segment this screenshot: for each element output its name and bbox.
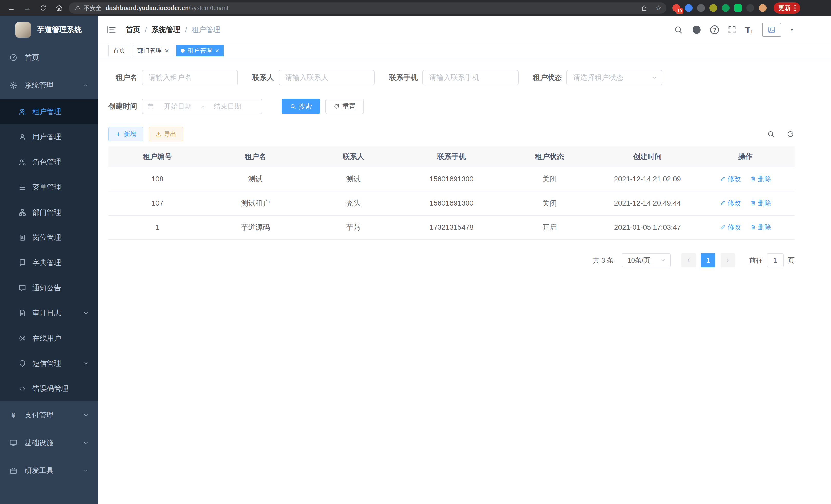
extension-icon-4[interactable]: [710, 4, 717, 12]
menu-label: 在线用户: [32, 333, 61, 343]
extension-icon-1[interactable]: 10: [672, 4, 680, 12]
cell-actions: 修改 删除: [697, 167, 795, 191]
browser-window: ← → 不安全 dashboard.yudao.iocoder.cn/syste…: [0, 0, 831, 504]
close-icon[interactable]: ×: [215, 47, 219, 54]
start-date-input[interactable]: [156, 102, 199, 111]
goto-page-input[interactable]: [767, 253, 784, 267]
browser-refresh-button[interactable]: [37, 2, 49, 14]
form-item-status: 租户状态: [533, 70, 662, 85]
page-size-select[interactable]: 10条/页: [622, 253, 671, 267]
export-button[interactable]: 导出: [148, 127, 183, 141]
menu-label: 基础设施: [25, 438, 53, 448]
edit-link[interactable]: 修改: [720, 199, 741, 208]
delete-link[interactable]: 删除: [750, 223, 771, 232]
github-icon: [692, 25, 701, 35]
tenant-name-input[interactable]: [142, 70, 238, 85]
pencil-icon: [720, 176, 726, 182]
extension-icon-5[interactable]: [722, 4, 729, 12]
cell-tenant-id: 1: [109, 215, 206, 239]
sidebar-toggle-button[interactable]: [106, 25, 117, 35]
pagination-total: 共 3 条: [593, 256, 613, 265]
sidebar-item-home[interactable]: 首页: [0, 44, 98, 71]
plus-icon: [116, 131, 121, 137]
date-range-picker[interactable]: -: [142, 99, 262, 114]
end-date-input[interactable]: [206, 102, 249, 111]
browser-back-button[interactable]: ←: [5, 2, 18, 14]
browser-update-button[interactable]: 更新: [774, 2, 800, 13]
close-icon[interactable]: ×: [165, 47, 169, 54]
header-search-button[interactable]: [674, 25, 683, 34]
share-button[interactable]: [639, 3, 649, 13]
bookmark-star-button[interactable]: ☆: [654, 3, 664, 13]
font-size-button[interactable]: TT: [745, 26, 753, 34]
fullscreen-button[interactable]: [728, 25, 737, 34]
sidebar-item-audit-log[interactable]: 审计日志: [0, 301, 98, 326]
sidebar-item-notice[interactable]: 通知公告: [0, 275, 98, 301]
browser-menu-icon[interactable]: [794, 5, 796, 11]
sidebar-item-tenant[interactable]: 租户管理: [0, 99, 98, 124]
delete-link[interactable]: 删除: [750, 174, 771, 183]
font-size-icon: TT: [745, 26, 753, 34]
sidebar-item-error-code[interactable]: 错误码管理: [0, 376, 98, 401]
toggle-search-button[interactable]: [767, 130, 775, 138]
phone-input[interactable]: [423, 70, 519, 85]
avatar-dropdown-caret[interactable]: ▼: [790, 28, 794, 32]
menu-label: 错误码管理: [32, 384, 68, 393]
sidebar-item-menu[interactable]: 菜单管理: [0, 175, 98, 200]
url-host: dashboard.yudao.iocoder.cn: [106, 5, 189, 11]
github-button[interactable]: [692, 25, 701, 35]
status-select[interactable]: [566, 70, 662, 85]
tab-tenant[interactable]: 租户管理 ×: [176, 45, 224, 56]
extension-icon-6[interactable]: [734, 4, 742, 12]
extension-icon-3[interactable]: [697, 4, 705, 12]
monitor-icon: [9, 439, 18, 447]
app-logo[interactable]: 芋道管理系统: [0, 16, 98, 44]
refresh-icon: [39, 4, 47, 11]
breadcrumb-system[interactable]: 系统管理: [152, 25, 180, 35]
table-row: 107 测试租户 秃头 15601691300 关闭 2021-12-14 20…: [109, 191, 795, 215]
main-area: 首页 / 系统管理 / 租户管理 ?: [98, 16, 831, 504]
search-icon: [674, 25, 683, 34]
browser-forward-button[interactable]: →: [21, 2, 33, 14]
chevron-left-icon: [686, 257, 692, 263]
sidebar-item-sms[interactable]: 短信管理: [0, 351, 98, 376]
sidebar-item-online-user[interactable]: 在线用户: [0, 326, 98, 351]
sidebar-item-post[interactable]: 岗位管理: [0, 225, 98, 250]
sidebar-item-payment[interactable]: ¥ 支付管理: [0, 401, 98, 429]
delete-link[interactable]: 删除: [750, 199, 771, 208]
edit-link[interactable]: 修改: [720, 174, 741, 183]
page-number-button[interactable]: 1: [701, 253, 715, 267]
reset-button[interactable]: 重置: [325, 99, 364, 114]
sidebar-item-dict[interactable]: 字典管理: [0, 250, 98, 275]
status-select-input[interactable]: [566, 70, 662, 85]
sidebar-item-role[interactable]: 角色管理: [0, 149, 98, 175]
sidebar-item-dept[interactable]: 部门管理: [0, 200, 98, 225]
prev-page-button[interactable]: [682, 253, 696, 267]
next-page-button[interactable]: [720, 253, 735, 267]
refresh-table-button[interactable]: [786, 130, 795, 138]
sidebar-item-system[interactable]: 系统管理: [0, 71, 98, 99]
menu-label: 字典管理: [32, 258, 61, 268]
contact-input[interactable]: [279, 70, 375, 85]
edit-link[interactable]: 修改: [720, 223, 741, 232]
user-avatar[interactable]: [762, 23, 781, 37]
sidebar: 芋道管理系统 首页 系统管理 租户管理 用户管理: [0, 16, 98, 504]
chevron-down-icon: [83, 310, 89, 316]
sidebar-item-infra[interactable]: 基础设施: [0, 429, 98, 457]
search-button[interactable]: 搜索: [282, 99, 320, 114]
breadcrumb-home[interactable]: 首页: [126, 25, 140, 35]
help-button[interactable]: ?: [710, 25, 719, 34]
add-button[interactable]: 新增: [109, 127, 143, 141]
security-chip[interactable]: 不安全: [75, 4, 102, 12]
users-icon: [19, 108, 26, 116]
tab-dept[interactable]: 部门管理 ×: [133, 45, 173, 56]
sidebar-item-devtools[interactable]: 研发工具: [0, 457, 98, 484]
extension-icon-2[interactable]: [685, 4, 692, 12]
browser-address-bar[interactable]: 不安全 dashboard.yudao.iocoder.cn/system/te…: [69, 2, 666, 13]
browser-home-button[interactable]: [53, 2, 65, 14]
browser-profile-avatar[interactable]: [759, 4, 767, 12]
menu-label: 用户管理: [32, 132, 61, 142]
extension-icon-7[interactable]: [746, 4, 754, 12]
tab-home[interactable]: 首页: [109, 45, 130, 56]
sidebar-item-user[interactable]: 用户管理: [0, 124, 98, 149]
